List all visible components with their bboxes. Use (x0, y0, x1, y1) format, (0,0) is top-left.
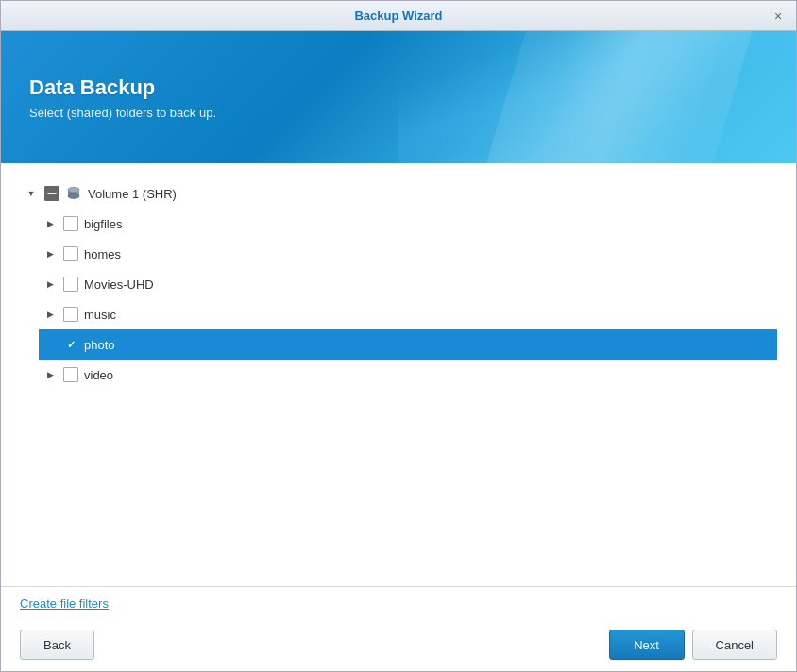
checkbox-homes[interactable] (63, 246, 78, 261)
checkbox-root[interactable] (44, 186, 59, 201)
tree-item[interactable]: ▶ Movies-UHD (39, 269, 777, 299)
item-label-photo: photo (84, 338, 115, 352)
expand-arrow-root[interactable]: ▼ (24, 186, 39, 201)
expand-arrow-bigfiles[interactable]: ▶ (42, 216, 58, 231)
close-button[interactable]: × (770, 8, 787, 25)
checkbox-movies[interactable] (63, 277, 78, 292)
tree-children: ▶ bigfiles ▶ homes ▶ Movies-UHD ▶ music (20, 209, 777, 390)
checkbox-photo[interactable] (63, 337, 78, 352)
expand-arrow-photo[interactable] (42, 337, 58, 352)
tree-item-selected[interactable]: photo (39, 329, 777, 360)
footer-buttons: Back Next Cancel (1, 620, 796, 671)
item-label-video: video (84, 368, 113, 382)
title-bar-title: Backup Wizard (354, 8, 442, 23)
svg-point-2 (68, 194, 79, 199)
main-content: ▼ Volume 1 (SHR) (1, 163, 796, 586)
expand-arrow-video[interactable]: ▶ (42, 367, 58, 382)
checkbox-video[interactable] (63, 367, 78, 382)
checkbox-music[interactable] (63, 307, 78, 322)
right-buttons: Next Cancel (609, 630, 777, 660)
tree-item[interactable]: ▶ music (39, 299, 777, 329)
tree-item[interactable]: ▶ bigfiles (39, 209, 777, 239)
tree-item[interactable]: ▶ video (39, 360, 777, 390)
item-label-bigfiles: bigfiles (84, 217, 122, 231)
header-text: Data Backup Select (shared) folders to b… (29, 76, 216, 120)
header-banner: Data Backup Select (shared) folders to b… (1, 31, 796, 163)
next-button[interactable]: Next (609, 630, 685, 660)
tree-item[interactable]: ▶ homes (39, 239, 777, 269)
checkbox-bigfiles[interactable] (63, 216, 78, 231)
expand-arrow-movies[interactable]: ▶ (42, 277, 58, 292)
item-label-movies: Movies-UHD (84, 277, 154, 292)
expand-arrow-homes[interactable]: ▶ (42, 246, 58, 261)
back-button[interactable]: Back (20, 630, 94, 660)
create-filters-link[interactable]: Create file filters (20, 596, 109, 611)
expand-arrow-music[interactable]: ▶ (42, 307, 58, 322)
footer: Create file filters Back Next Cancel (1, 586, 796, 671)
database-icon (65, 185, 82, 202)
root-label: Volume 1 (SHR) (88, 187, 177, 201)
tree-root-item[interactable]: ▼ Volume 1 (SHR) (20, 178, 777, 209)
svg-point-3 (68, 188, 79, 193)
page-title: Data Backup (29, 76, 216, 100)
footer-link-row: Create file filters (1, 587, 796, 620)
item-label-homes: homes (84, 247, 121, 261)
folder-tree: ▼ Volume 1 (SHR) (20, 178, 777, 571)
item-label-music: music (84, 308, 116, 322)
cancel-button[interactable]: Cancel (692, 630, 777, 660)
page-subtitle: Select (shared) folders to back up. (29, 106, 216, 120)
title-bar: Backup Wizard × (1, 1, 796, 31)
